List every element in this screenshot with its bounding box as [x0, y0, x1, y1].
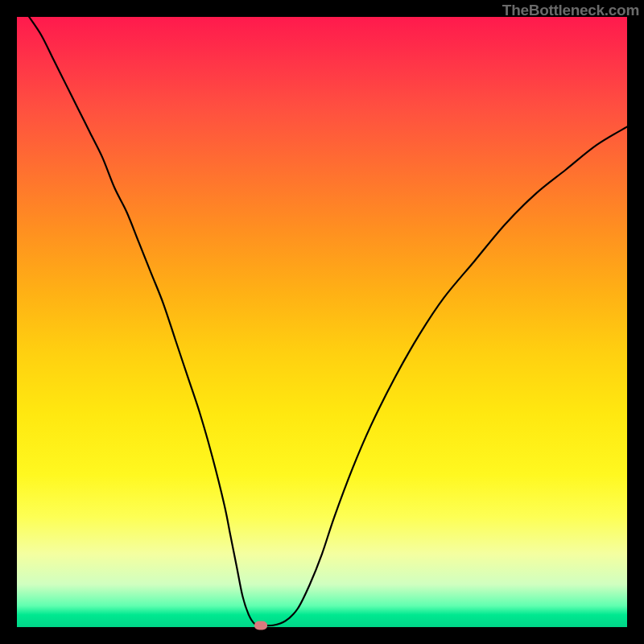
curve-layer [17, 17, 627, 627]
optimal-marker [254, 621, 267, 630]
plot-area [17, 17, 627, 627]
bottleneck-curve [29, 17, 627, 625]
chart-frame: TheBottleneck.com [0, 0, 644, 644]
watermark-text: TheBottleneck.com [502, 2, 639, 19]
